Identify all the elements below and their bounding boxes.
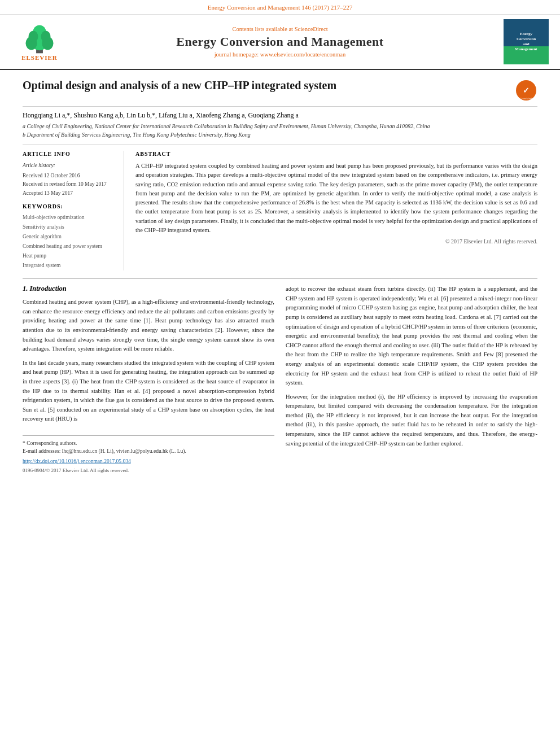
section-title: Introduction <box>30 285 67 292</box>
svg-text:CrossMark: CrossMark <box>520 97 533 100</box>
section-divider <box>23 278 537 279</box>
crossmark-logo-icon: ✓ CrossMark <box>515 79 537 102</box>
section-number: 1. <box>23 285 28 292</box>
homepage-url: www.elsevier.com/locate/enconman <box>260 51 346 58</box>
right-col-para1: adopt to recover the exhaust steam from … <box>286 285 537 387</box>
footnote-section: * Corresponding authors. E-mail addresse… <box>23 435 274 456</box>
elsevier-logo-container: ELSEVIER <box>11 23 68 61</box>
article-title: Optimal design and analysis of a new CHP… <box>23 79 509 92</box>
keyword-6: Integrated system <box>23 261 116 270</box>
keyword-4: Combined heating and power system <box>23 242 116 251</box>
right-col-para2: However, for the integration method (i),… <box>286 392 537 448</box>
homepage-label: journal homepage: <box>215 51 259 58</box>
footnote-email: E-mail addresses: lhq@hnu.edu.cn (H. Li)… <box>23 447 274 455</box>
doi-bottom: 0196-8904/© 2017 Elsevier Ltd. All right… <box>0 466 560 478</box>
elsevier-logo: ELSEVIER <box>11 23 68 61</box>
received-date: Received 12 October 2016 <box>23 172 116 180</box>
body-left-col: 1. Introduction Combined heating and pow… <box>23 285 274 455</box>
intro-para1: Combined heating and power system (CHP),… <box>23 298 274 353</box>
keyword-1: Multi-objective optimization <box>23 213 116 222</box>
doi-section: http://dx.doi.org/10.1016/j.enconman.201… <box>0 455 560 466</box>
abstract-heading: ABSTRACT <box>135 151 537 157</box>
copyright-line: © 2017 Elsevier Ltd. All rights reserved… <box>135 238 537 244</box>
journal-info-center: Contents lists available at ScienceDirec… <box>68 26 492 58</box>
top-bar: Energy Conversion and Management 146 (20… <box>0 0 560 15</box>
article-info-abstract: ARTICLE INFO Article history: Received 1… <box>23 145 537 270</box>
affiliation-a: a College of Civil Engineering, National… <box>23 122 537 130</box>
keyword-5: Heat pump <box>23 251 116 261</box>
journal-ref-link[interactable]: Energy Conversion and Management 146 (20… <box>208 4 352 11</box>
footnote-corresponding: * Corresponding authors. <box>23 439 274 447</box>
elsevier-tree-icon <box>23 23 56 54</box>
received-revised-date: Received in revised form 10 May 2017 <box>23 180 116 189</box>
content-wrapper: Optimal design and analysis of a new CHP… <box>0 70 560 455</box>
intro-heading: 1. Introduction <box>23 285 274 293</box>
authors-line: Hongqiang Li a,*, Shushuo Kang a,b, Lin … <box>23 111 537 120</box>
article-info-heading: ARTICLE INFO <box>23 151 116 157</box>
ecm-logo-container: EnergyConversionandManagement <box>492 19 549 64</box>
svg-point-6 <box>41 30 51 42</box>
body-two-col: 1. Introduction Combined heating and pow… <box>23 285 537 455</box>
keywords-heading: Keywords: <box>23 203 116 209</box>
journal-homepage: journal homepage: www.elsevier.com/locat… <box>79 51 481 58</box>
article-info-col: ARTICLE INFO Article history: Received 1… <box>23 151 124 270</box>
elsevier-brand-text: ELSEVIER <box>21 54 58 61</box>
contents-text: Contents lists available at <box>232 26 293 32</box>
article-title-section: Optimal design and analysis of a new CHP… <box>23 70 537 107</box>
body-right-col: adopt to recover the exhaust steam from … <box>286 285 537 455</box>
authors-text: Hongqiang Li a,*, Shushuo Kang a,b, Lin … <box>23 111 299 119</box>
keywords-list: Multi-objective optimization Sensitivity… <box>23 213 116 271</box>
svg-text:✓: ✓ <box>523 86 530 95</box>
svg-point-5 <box>29 30 38 42</box>
abstract-text: A CHP–HP integrated system coupled by co… <box>135 161 537 235</box>
detected-and: and <box>457 431 465 437</box>
sciencedirect-link[interactable]: ScienceDirect <box>295 26 328 32</box>
journal-header: ELSEVIER Contents lists available at Sci… <box>0 15 560 70</box>
abstract-col: ABSTRACT A CHP–HP integrated system coup… <box>135 151 537 270</box>
history-label: Article history: <box>23 161 116 170</box>
affiliation-b: b Department of Building Services Engine… <box>23 130 537 139</box>
contents-line: Contents lists available at ScienceDirec… <box>79 26 481 32</box>
accepted-date: Accepted 13 May 2017 <box>23 189 116 198</box>
affiliations: a College of Civil Engineering, National… <box>23 122 537 139</box>
ecm-journal-logo: EnergyConversionandManagement <box>504 19 549 64</box>
keyword-3: Genetic algorithm <box>23 232 116 242</box>
keyword-2: Sensitivity analysis <box>23 222 116 232</box>
doi-link[interactable]: http://dx.doi.org/10.1016/j.enconman.201… <box>23 458 131 464</box>
article-history: Article history: Received 12 October 201… <box>23 161 116 198</box>
journal-title: Energy Conversion and Management <box>79 34 481 49</box>
keywords-section: Keywords: Multi-objective optimization S… <box>23 203 116 271</box>
intro-para2: In the last decade years, many researche… <box>23 359 274 424</box>
